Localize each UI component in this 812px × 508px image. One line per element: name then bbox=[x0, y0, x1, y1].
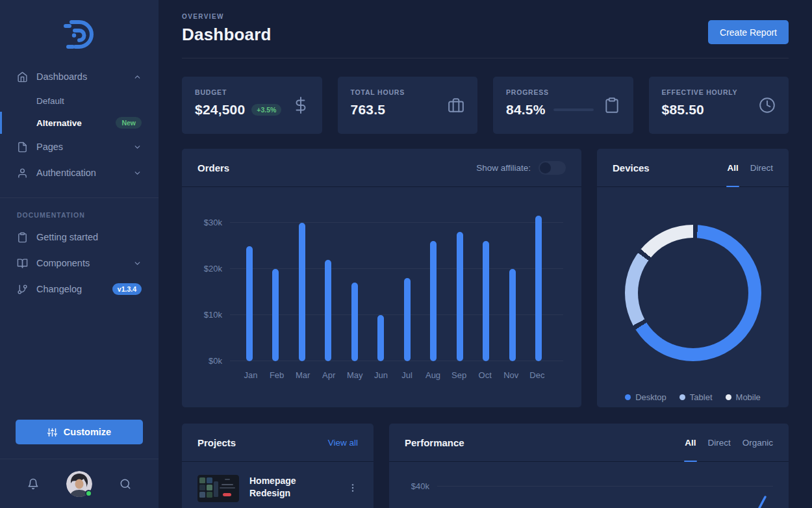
sidebar-item-changelog[interactable]: Changelog v1.3.4 bbox=[0, 276, 159, 302]
stats-row: BUDGET $24,500 +3.5% TOTAL HOURS 763.5 bbox=[182, 77, 789, 134]
tab-direct[interactable]: Direct bbox=[707, 424, 730, 461]
logo[interactable] bbox=[0, 0, 159, 64]
version-badge: v1.3.4 bbox=[112, 283, 142, 295]
x-axis-label-apr: Apr bbox=[320, 370, 338, 380]
legend-dot bbox=[726, 394, 731, 400]
sidebar-item-label: Pages bbox=[36, 142, 63, 152]
tab-all[interactable]: All bbox=[685, 424, 696, 461]
bar-slot bbox=[531, 207, 546, 361]
donut-chart-wrap bbox=[625, 225, 761, 361]
tab-all[interactable]: All bbox=[727, 149, 738, 186]
orders-card: Orders Show affiliate: $0k$10k$20k$30k J… bbox=[182, 149, 581, 407]
bar-jun[interactable] bbox=[377, 315, 384, 361]
x-axis-label-dec: Dec bbox=[528, 370, 546, 380]
legend-label: Desktop bbox=[635, 392, 666, 402]
sidebar-subitem-label: Alternative bbox=[36, 118, 82, 128]
dollar-icon bbox=[292, 97, 309, 114]
bell-icon[interactable] bbox=[27, 478, 39, 490]
toggle-knob bbox=[540, 162, 551, 173]
x-axis-label-jan: Jan bbox=[242, 370, 260, 380]
bar-mar[interactable] bbox=[299, 223, 305, 361]
online-status-dot bbox=[85, 490, 92, 497]
progress-bar bbox=[553, 108, 594, 111]
sidebar-item-label: Changelog bbox=[36, 284, 82, 294]
bar-jul[interactable] bbox=[404, 278, 411, 361]
x-axis-label-sep: Sep bbox=[450, 370, 468, 380]
sidebar-item-authentication[interactable]: Authentication bbox=[0, 160, 159, 186]
x-axis-label-nov: Nov bbox=[502, 370, 520, 380]
devices-legend: DesktopTabletMobile bbox=[613, 392, 773, 402]
customize-button[interactable]: Customize bbox=[16, 420, 143, 444]
stat-value-row: 84.5% bbox=[506, 102, 594, 118]
sidebar-item-components[interactable]: Components bbox=[0, 250, 159, 276]
show-affiliate-toggle[interactable] bbox=[539, 161, 566, 175]
stat-content: EFFECTIVE HOURLY $85.50 bbox=[662, 88, 738, 122]
kebab-menu-icon[interactable] bbox=[348, 483, 358, 493]
sidebar-item-pages[interactable]: Pages bbox=[0, 134, 159, 160]
bar-slot bbox=[373, 207, 388, 361]
sidebar-item-dashboards[interactable]: Dashboards bbox=[0, 64, 159, 90]
performance-card-header: Performance AllDirectOrganic bbox=[389, 424, 789, 462]
new-badge: New bbox=[116, 117, 142, 129]
sidebar: Dashboards Default Alternative New Pages… bbox=[0, 0, 159, 508]
tab-organic[interactable]: Organic bbox=[742, 424, 773, 461]
clock-icon bbox=[759, 97, 776, 114]
stat-content: TOTAL HOURS 763.5 bbox=[351, 88, 405, 122]
legend-dot bbox=[679, 394, 685, 400]
sidebar-item-label: Dashboards bbox=[36, 71, 87, 82]
bar-dec[interactable] bbox=[535, 216, 542, 361]
devices-donut-chart[interactable] bbox=[625, 225, 761, 361]
dashboard-app: Dashboards Default Alternative New Pages… bbox=[0, 0, 812, 508]
bar-slot bbox=[268, 207, 283, 361]
orders-card-header: Orders Show affiliate: bbox=[182, 149, 581, 187]
stat-content: PROGRESS 84.5% bbox=[506, 88, 594, 122]
sidebar-nav: Dashboards Default Alternative New Pages… bbox=[0, 64, 159, 186]
card-title: Orders bbox=[197, 162, 229, 173]
bar-nov[interactable] bbox=[509, 269, 516, 361]
stat-value: 84.5% bbox=[506, 102, 546, 118]
view-all-link[interactable]: View all bbox=[328, 438, 358, 448]
avatar[interactable] bbox=[66, 471, 92, 497]
performance-tabs: AllDirectOrganic bbox=[685, 424, 773, 461]
y-axis-tick-label: $0k bbox=[192, 356, 222, 366]
bar-apr[interactable] bbox=[325, 260, 331, 361]
x-axis-label-jul: Jul bbox=[398, 370, 416, 380]
sidebar-subitem-default[interactable]: Default bbox=[0, 90, 159, 112]
home-icon bbox=[17, 71, 28, 83]
projects-card-header: Projects View all bbox=[182, 424, 374, 462]
create-report-button[interactable]: Create Report bbox=[708, 20, 789, 44]
stat-card-progress: PROGRESS 84.5% bbox=[493, 77, 633, 134]
stat-label: BUDGET bbox=[195, 88, 281, 96]
y-axis-tick-label: $30k bbox=[192, 218, 222, 227]
devices-tabs: AllDirect bbox=[727, 149, 773, 186]
legend-item-desktop[interactable]: Desktop bbox=[625, 392, 666, 402]
stat-value: 763.5 bbox=[351, 102, 386, 118]
search-icon[interactable] bbox=[120, 478, 131, 490]
bar-slot bbox=[320, 207, 336, 361]
clipboard-icon bbox=[603, 97, 620, 114]
bar-jan[interactable] bbox=[246, 246, 253, 362]
card-title: Devices bbox=[613, 162, 650, 173]
bar-may[interactable] bbox=[351, 283, 358, 361]
legend-item-tablet[interactable]: Tablet bbox=[679, 392, 713, 402]
tab-direct[interactable]: Direct bbox=[750, 149, 773, 186]
legend-item-mobile[interactable]: Mobile bbox=[726, 392, 761, 402]
file-icon bbox=[17, 142, 28, 153]
chevron-down-icon bbox=[133, 259, 142, 268]
show-affiliate-control: Show affiliate: bbox=[476, 161, 566, 175]
sliders-icon bbox=[47, 427, 57, 437]
bar-slot bbox=[347, 207, 362, 361]
bar-slot bbox=[242, 207, 257, 361]
bar-oct[interactable] bbox=[483, 241, 489, 361]
y-axis-tick-label: $20k bbox=[192, 264, 222, 273]
sidebar-subitem-alternative[interactable]: Alternative New bbox=[0, 112, 159, 134]
x-axis-label-may: May bbox=[346, 370, 364, 380]
bar-aug[interactable] bbox=[430, 241, 437, 361]
toggle-label: Show affiliate: bbox=[476, 163, 531, 173]
sidebar-section-documentation: DOCUMENTATION bbox=[0, 197, 159, 224]
bar-feb[interactable] bbox=[272, 269, 279, 361]
gridline bbox=[437, 486, 773, 487]
project-list-item[interactable]: Homepage Redesign bbox=[197, 475, 358, 502]
sidebar-item-getting-started[interactable]: Getting started bbox=[0, 224, 159, 250]
bar-sep[interactable] bbox=[457, 232, 463, 361]
